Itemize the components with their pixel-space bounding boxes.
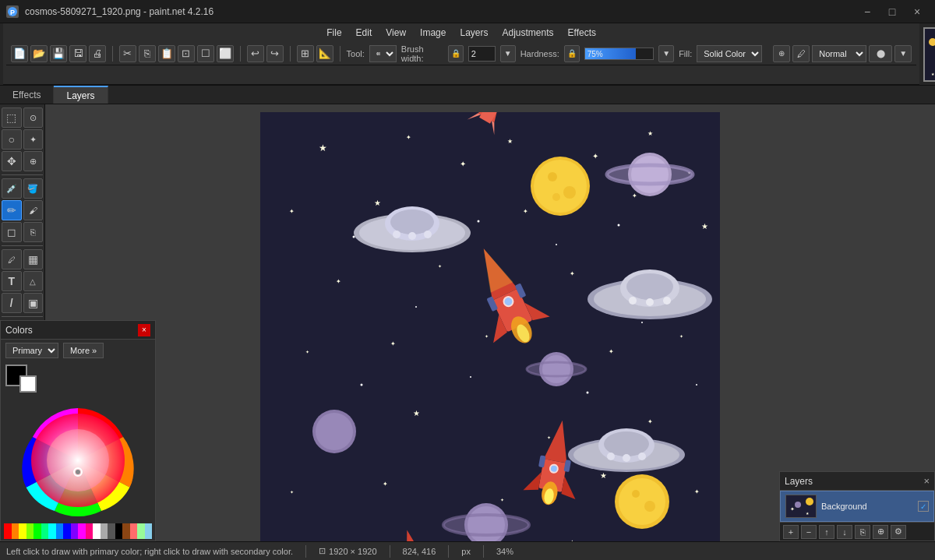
ruler-button[interactable]: 📐	[316, 45, 333, 62]
menu-edit[interactable]: Edit	[350, 26, 379, 40]
menu-image[interactable]: Image	[414, 26, 452, 40]
open-button[interactable]: 📂	[30, 45, 48, 62]
menu-adjustments[interactable]: Adjustments	[496, 26, 559, 40]
shapes2-tool[interactable]: ▣	[23, 293, 44, 313]
rectangle-select-tool[interactable]: ⬚	[2, 107, 22, 128]
title-controls[interactable]: − □ ×	[856, 4, 929, 19]
colors-panel: Colors × Primary More »	[0, 320, 156, 541]
paint-bucket-tool[interactable]: 🪣	[23, 178, 44, 199]
tool-select[interactable]: ✏	[369, 45, 397, 62]
palette-yellow[interactable]	[19, 523, 26, 539]
layer-visibility-check[interactable]: ✓	[918, 501, 929, 512]
print-button[interactable]: 🖨	[89, 45, 106, 62]
ellipse-select-tool[interactable]: ○	[2, 129, 22, 150]
recolor-tool[interactable]: 🖊	[2, 249, 22, 269]
save-as-button[interactable]: 🖫	[69, 45, 86, 62]
shapes-tool[interactable]: △	[23, 271, 44, 291]
delete-layer-button[interactable]: −	[801, 525, 817, 539]
clone-tool[interactable]: ⎘	[23, 222, 44, 242]
brush-width-input[interactable]: 2	[468, 46, 496, 62]
color-wheel-container[interactable]	[1, 399, 155, 522]
secondary-color-display[interactable]	[19, 375, 37, 393]
brush-width-expand[interactable]: ▼	[500, 45, 516, 62]
palette-brown[interactable]	[122, 523, 130, 539]
palette-palegreen[interactable]	[137, 523, 145, 539]
brush-tool[interactable]: 🖌	[23, 200, 44, 220]
svg-text:✦: ✦	[460, 160, 466, 168]
text-tool[interactable]: T	[2, 271, 22, 291]
move-layer-up-button[interactable]: ↑	[819, 525, 834, 539]
new-button[interactable]: 📄	[11, 45, 28, 62]
layers-close-button[interactable]: ×	[923, 475, 930, 487]
duplicate-layer-button[interactable]: ⎘	[855, 525, 870, 539]
svg-point-53	[534, 160, 587, 213]
palette-white[interactable]	[93, 523, 101, 539]
tab-layers[interactable]: Layers	[54, 86, 108, 104]
palette-blue[interactable]	[63, 523, 71, 539]
deselect-button[interactable]: ☐	[197, 45, 214, 62]
palette-darkgray[interactable]	[108, 523, 115, 539]
palette-pink[interactable]	[86, 523, 94, 539]
layer-thumbnail: ✦ ★	[785, 495, 817, 518]
svg-text:✦: ✦	[305, 350, 309, 354]
palette-black[interactable]	[115, 523, 123, 539]
blend-mode-select[interactable]: Normal	[812, 45, 866, 62]
menu-file[interactable]: File	[320, 26, 348, 40]
opacity-btn[interactable]: ⬤	[869, 45, 892, 62]
grid-button[interactable]: ⊞	[297, 45, 314, 62]
colors-close-button[interactable]: ×	[138, 324, 150, 336]
color-mode-select[interactable]: Primary	[5, 343, 58, 358]
svg-text:✦: ✦	[383, 481, 388, 488]
palette-magenta[interactable]	[78, 523, 86, 539]
svg-point-126	[76, 470, 80, 474]
move-tool[interactable]: ✥	[2, 151, 22, 171]
palette-sky[interactable]	[56, 523, 64, 539]
fill-select[interactable]: Solid Color	[697, 45, 762, 62]
palette-cyan[interactable]	[48, 523, 56, 539]
move-layer-down-button[interactable]: ↓	[837, 525, 852, 539]
palette-purple[interactable]	[71, 523, 79, 539]
magic-wand-tool[interactable]: ✦	[23, 129, 44, 150]
layer-properties-button[interactable]: ⚙	[891, 525, 906, 539]
canvas[interactable]: ★ ✦ ✦ ★ ✦ ★ ✦ ✦ ★ ✦ ✦ ★ ✦ ✦ ✦ ✦ ✦	[260, 112, 720, 541]
cut-button[interactable]: ✂	[119, 45, 136, 62]
select-all-button[interactable]: ⬜	[217, 45, 234, 62]
save-button[interactable]: 💾	[50, 45, 67, 62]
eraser-tool[interactable]: ◻	[2, 222, 22, 242]
color-wheel[interactable]	[19, 402, 136, 519]
palette-gray[interactable]	[101, 523, 108, 539]
minimize-button[interactable]: −	[856, 4, 879, 19]
undo-button[interactable]: ↩	[247, 45, 264, 62]
palette-orange[interactable]	[12, 523, 19, 539]
zoom-tool[interactable]: ⊕	[23, 151, 44, 171]
palette-teal[interactable]	[41, 523, 49, 539]
menu-effects[interactable]: Effects	[562, 26, 602, 40]
palette-green[interactable]	[34, 523, 41, 539]
lasso-tool[interactable]: ⊙	[23, 107, 44, 128]
eyedropper-tool[interactable]: 💉	[2, 178, 22, 199]
gradient-tool[interactable]: ▦	[23, 249, 44, 269]
more-colors-button[interactable]: More »	[63, 343, 104, 358]
layer-background[interactable]: ✦ ★ Background ✓	[780, 491, 934, 522]
palette-red[interactable]	[4, 523, 12, 539]
line-tool[interactable]: /	[2, 293, 22, 313]
tab-effects[interactable]: Effects	[0, 86, 54, 104]
close-button[interactable]: ×	[905, 4, 929, 19]
hardness-expand[interactable]: ▼	[658, 45, 674, 62]
palette-lime[interactable]	[26, 523, 34, 539]
paste-button[interactable]: 📋	[158, 45, 175, 62]
opacity-expand[interactable]: ▼	[894, 45, 912, 62]
palette-lightblue[interactable]	[145, 523, 153, 539]
redo-button[interactable]: ↪	[266, 45, 284, 62]
maximize-button[interactable]: □	[880, 4, 904, 19]
svg-point-96	[638, 453, 646, 460]
pencil-tool active[interactable]: ✏	[2, 200, 22, 220]
palette-salmon[interactable]	[130, 523, 138, 539]
copy-button[interactable]: ⎘	[139, 45, 156, 62]
menu-view[interactable]: View	[379, 26, 412, 40]
menu-layers[interactable]: Layers	[453, 26, 494, 40]
add-layer-button[interactable]: +	[783, 525, 799, 539]
hardness-bar[interactable]: 75%	[584, 48, 654, 60]
merge-layers-button[interactable]: ⊕	[873, 525, 888, 539]
crop-button[interactable]: ⊡	[178, 45, 195, 62]
